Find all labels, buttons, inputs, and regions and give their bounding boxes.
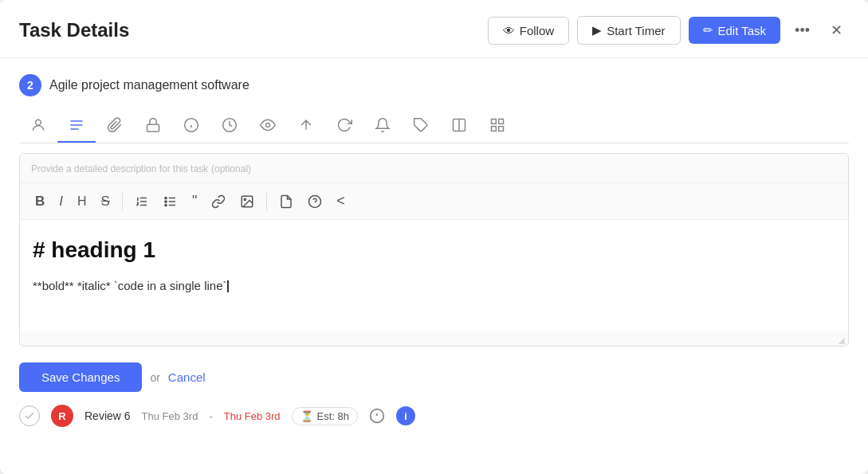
svg-rect-14 <box>492 119 497 124</box>
hourglass-icon: ⏳ <box>300 410 313 422</box>
svg-point-26 <box>165 204 167 206</box>
header-actions: 👁 Follow ▶ Start Timer ✏ Edit Task ••• ✕ <box>488 16 849 45</box>
task-name: Agile project management software <box>49 78 249 92</box>
tab-eye[interactable] <box>249 109 287 143</box>
page-title: Task Details <box>19 19 129 41</box>
content-body: **bold** *italic* `code in a single line… <box>33 276 835 296</box>
content-heading: # heading 1 <box>33 233 835 268</box>
toolbar-tabs <box>19 109 849 143</box>
bold-button[interactable]: B <box>29 190 50 213</box>
more-options-button[interactable]: ••• <box>788 19 816 42</box>
editor-content[interactable]: # heading 1 **bold** *italic* `code in a… <box>20 220 848 331</box>
svg-point-28 <box>245 198 246 200</box>
play-icon: ▶ <box>592 23 602 37</box>
panel-header: Task Details 👁 Follow ▶ Start Timer ✏ Ed… <box>0 0 868 58</box>
italic-button[interactable]: I <box>53 190 69 213</box>
tab-attachment[interactable] <box>96 109 134 143</box>
ordered-list-button[interactable] <box>129 191 155 212</box>
svg-point-25 <box>165 200 167 202</box>
unordered-list-button[interactable] <box>158 191 183 212</box>
task-number: 2 <box>19 74 41 96</box>
heading-button[interactable]: H <box>72 191 92 212</box>
close-icon: ✕ <box>831 22 842 39</box>
tab-priority[interactable] <box>287 109 325 143</box>
follow-label: Follow <box>520 24 554 37</box>
task-meta-row: R Review 6 Thu Feb 3rd - Thu Feb 3rd ⏳ E… <box>0 392 868 427</box>
cursor <box>227 280 229 292</box>
svg-rect-16 <box>492 127 497 131</box>
tab-lock[interactable] <box>134 109 172 143</box>
task-check[interactable] <box>19 405 40 426</box>
more-icon: ••• <box>795 22 810 39</box>
priority-icon[interactable] <box>369 408 385 424</box>
resize-handle[interactable] <box>20 331 848 346</box>
start-timer-label: Start Timer <box>607 24 665 37</box>
svg-rect-15 <box>499 119 504 124</box>
tab-grid[interactable] <box>478 109 516 143</box>
svg-point-24 <box>165 197 167 198</box>
tab-refresh[interactable] <box>325 109 363 143</box>
pencil-icon: ✏ <box>703 23 713 37</box>
save-changes-button[interactable]: Save Changes <box>19 362 142 392</box>
meta-date-end: Thu Feb 3rd <box>224 410 281 422</box>
edit-task-button[interactable]: ✏ Edit Task <box>689 17 781 44</box>
tab-description[interactable] <box>57 109 96 143</box>
close-button[interactable]: ✕ <box>824 18 849 42</box>
meta-task-name: Review 6 <box>84 409 131 422</box>
tab-layout[interactable] <box>440 109 478 143</box>
info-badge[interactable]: i <box>396 406 415 425</box>
task-info-row: 2 Agile project management software <box>19 74 849 96</box>
tab-tag[interactable] <box>402 109 440 143</box>
footer-actions: Save Changes or Cancel <box>0 347 868 392</box>
svg-rect-17 <box>499 127 504 131</box>
toolbar-divider-1 <box>122 193 123 210</box>
svg-rect-4 <box>147 124 159 131</box>
meta-date-start: Thu Feb 3rd <box>142 410 198 422</box>
collapse-button[interactable]: < <box>331 190 351 213</box>
description-label: Provide a detailed description for this … <box>20 154 848 183</box>
edit-task-label: Edit Task <box>718 24 767 37</box>
description-area: Provide a detailed description for this … <box>19 153 849 347</box>
page-button[interactable] <box>273 191 299 212</box>
assignee-avatar: R <box>51 405 73 427</box>
svg-point-0 <box>36 119 41 125</box>
quote-button[interactable]: " <box>187 190 202 213</box>
link-button[interactable] <box>206 191 231 212</box>
tab-clock[interactable] <box>210 109 249 143</box>
eye-icon: 👁 <box>503 24 515 37</box>
image-button[interactable] <box>234 191 260 212</box>
meta-estimate: ⏳ Est: 8h <box>292 407 358 425</box>
or-text: or <box>150 371 159 384</box>
follow-button[interactable]: 👁 Follow <box>488 17 569 45</box>
task-details-panel: Task Details 👁 Follow ▶ Start Timer ✏ Ed… <box>0 0 868 474</box>
start-timer-button[interactable]: ▶ Start Timer <box>577 16 680 45</box>
editor-toolbar: B I H S " <box>20 183 848 220</box>
est-label: Est: 8h <box>317 410 349 422</box>
toolbar-divider-2 <box>266 193 267 210</box>
tab-assignee[interactable] <box>19 109 57 143</box>
strikethrough-button[interactable]: S <box>96 190 116 213</box>
panel-body: 2 Agile project management software <box>0 58 868 347</box>
tab-info[interactable] <box>172 109 210 143</box>
meta-date-separator: - <box>209 410 212 422</box>
help-button[interactable] <box>302 191 328 212</box>
tab-bell[interactable] <box>363 109 402 143</box>
cancel-button[interactable]: Cancel <box>168 370 206 384</box>
svg-point-9 <box>266 123 270 127</box>
